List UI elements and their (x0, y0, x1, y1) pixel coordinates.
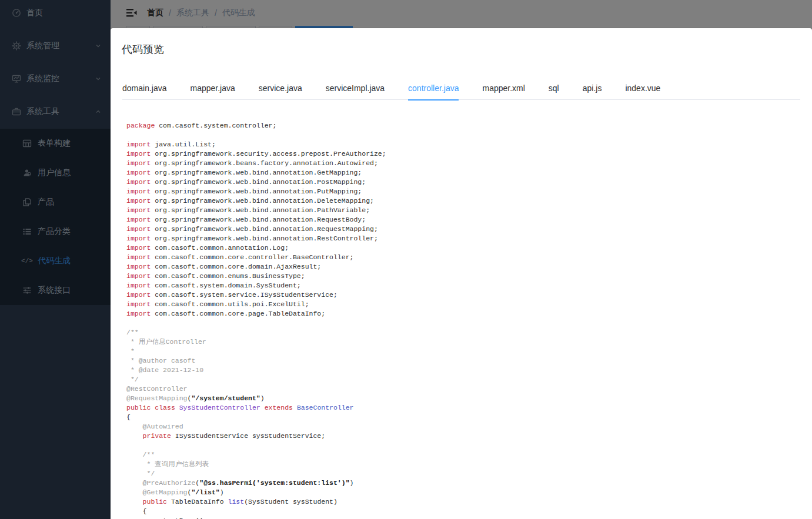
code-line: * @date 2021-12-10 (126, 366, 810, 375)
code-content: package com.casoft.system.controller; im… (126, 121, 810, 519)
code-line: public TableDataInfo list(SysStudent sys… (126, 497, 810, 507)
code-line: public class SysStudentController extend… (126, 403, 810, 413)
tab-serviceImpl.java[interactable]: serviceImpl.java (314, 76, 396, 100)
code-preview-dialog: 代码预览 domain.javamapper.javaservice.javas… (111, 28, 812, 519)
code-line: package com.casoft.system.controller; (126, 121, 810, 130)
code-line: import org.springframework.web.bind.anno… (126, 225, 810, 234)
code-line: import com.casoft.common.core.page.Table… (126, 309, 810, 319)
code-line: { (126, 413, 810, 422)
code-line: * 查询用户信息列表 (126, 460, 810, 469)
tab-mapper.java[interactable]: mapper.java (179, 76, 247, 100)
code-line (126, 319, 810, 328)
code-line: import com.casoft.common.core.domain.Aja… (126, 262, 810, 272)
code-line: @Autowired (126, 422, 810, 431)
code-line: */ (126, 375, 810, 384)
tab-sql[interactable]: sql (537, 76, 571, 100)
code-line: import com.casoft.system.domain.SysStude… (126, 281, 810, 290)
code-line: { (126, 507, 810, 516)
code-line: import com.casoft.common.annotation.Log; (126, 243, 810, 253)
code-line: import java.util.List; (126, 140, 810, 149)
tab-service.java[interactable]: service.java (247, 76, 314, 100)
app-screen: 首页系统管理系统监控系统工具 表单构建用户信息产品产品分类</>代码生成 系统接… (0, 0, 812, 519)
code-line: import org.springframework.web.bind.anno… (126, 168, 810, 178)
dialog-title: 代码预览 (122, 42, 164, 56)
code-line: import org.springframework.web.bind.anno… (126, 215, 810, 225)
code-line: @RequestMapping("/system/student") (126, 394, 810, 403)
code-line: import org.springframework.security.acce… (126, 149, 810, 159)
code-line: @RestController (126, 384, 810, 394)
tab-domain.java[interactable]: domain.java (122, 76, 179, 100)
code-line: @GetMapping("/list") (126, 488, 810, 497)
code-line: * @author casoft (126, 356, 810, 366)
code-line: import com.casoft.common.enums.BusinessT… (126, 272, 810, 281)
code-line: import org.springframework.web.bind.anno… (126, 234, 810, 243)
code-line: import org.springframework.web.bind.anno… (126, 178, 810, 187)
code-line: import com.casoft.common.core.controller… (126, 253, 810, 262)
file-tabs: domain.javamapper.javaservice.javaservic… (122, 76, 800, 100)
code-line: /** (126, 328, 810, 337)
code-line: import org.springframework.web.bind.anno… (126, 206, 810, 215)
code-line (126, 130, 810, 140)
code-line: /** (126, 450, 810, 460)
tab-controller.java[interactable]: controller.java (396, 76, 470, 100)
code-line: import com.casoft.system.service.ISysStu… (126, 290, 810, 300)
code-line: * 用户信息Controller (126, 337, 810, 347)
code-line (126, 441, 810, 450)
code-line: import com.casoft.common.utils.poi.Excel… (126, 300, 810, 309)
code-line: @PreAuthorize("@ss.hasPermi('system:stud… (126, 478, 810, 488)
code-line: */ (126, 469, 810, 478)
code-line: * (126, 347, 810, 356)
code-line: import org.springframework.web.bind.anno… (126, 187, 810, 196)
code-line: startPage(); (126, 516, 810, 519)
code-line: private ISysStudentService sysStudentSer… (126, 431, 810, 441)
code-line: import org.springframework.web.bind.anno… (126, 196, 810, 206)
tab-mapper.xml[interactable]: mapper.xml (470, 76, 536, 100)
tab-api.js[interactable]: api.js (571, 76, 614, 100)
tab-index.vue[interactable]: index.vue (613, 76, 672, 100)
code-line: import org.springframework.beans.factory… (126, 159, 810, 168)
